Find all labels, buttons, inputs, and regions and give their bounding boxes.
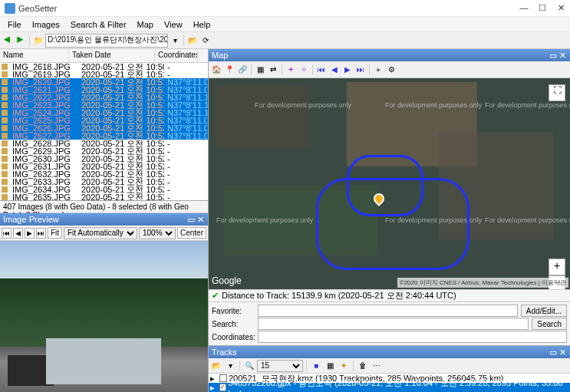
track-checkbox[interactable] — [219, 374, 227, 382]
map-home-icon[interactable]: 🏠 — [210, 64, 222, 76]
folder-icon[interactable]: 📁 — [32, 35, 44, 47]
map-toolbar: 🏠 📍 🔗 ▦ ⇄ ✦ ✧ ⏮ ◀ ▶ ⏭ ＋ ⚙ — [209, 61, 570, 78]
path-input[interactable]: D:\2019\용인 물류단지\현장사진\20200521 — [45, 34, 168, 48]
coord-input[interactable] — [258, 331, 567, 343]
map-add-icon[interactable]: ＋ — [372, 64, 384, 76]
dev-watermark: For development purposes only — [255, 101, 351, 109]
file-icon — [2, 64, 8, 70]
distance-line: ✔ Distance to Track: 15139.9 km (2020-05… — [209, 289, 570, 301]
map-layers-icon[interactable]: ▦ — [254, 64, 266, 76]
preview-toolbar: ⏮ ◀ ▶ ⏭ Fit Fit Automatically 100% Cente… — [0, 226, 208, 241]
open-folder-button[interactable]: 📂 — [186, 35, 199, 47]
search-input[interactable] — [258, 318, 529, 330]
expand-icon[interactable]: ▸ — [210, 383, 218, 393]
track-open-icon[interactable]: 📂 — [210, 360, 222, 372]
file-icon — [2, 94, 8, 100]
file-icon — [2, 102, 8, 108]
track-zoom-icon[interactable]: 🔍 — [243, 360, 255, 372]
fit-label: Fit — [48, 227, 62, 239]
maximize-button[interactable]: ☐ — [538, 3, 547, 13]
map-marker-icon[interactable]: 📍 — [223, 64, 236, 76]
preview-min-icon[interactable]: ▭ — [186, 215, 196, 225]
track-marker-icon[interactable]: ✦ — [338, 360, 350, 372]
tracks-min-icon[interactable]: ▭ — [549, 348, 558, 357]
file-icon — [2, 125, 8, 131]
first-button[interactable]: ⏮ — [2, 228, 12, 239]
fullscreen-button[interactable]: ⛶ — [549, 84, 565, 101]
google-logo: Google — [212, 275, 242, 286]
menu-images[interactable]: Images — [28, 18, 64, 31]
tracks-close-icon[interactable]: ✕ — [558, 348, 567, 357]
next-button[interactable]: ▶ — [25, 228, 35, 239]
refresh-button[interactable]: ⟳ — [199, 35, 212, 47]
right-pane: Map ▭ ✕ 🏠 📍 🔗 ▦ ⇄ ✦ ✧ ⏮ ◀ ▶ ⏭ ＋ ⚙ — [209, 49, 570, 392]
map-sync-icon[interactable]: ⇄ — [267, 64, 279, 76]
file-icon — [2, 171, 8, 177]
map-link-icon[interactable]: 🔗 — [236, 64, 249, 76]
tracks-toolbar: 📂 ▾ 🔍 15 ■ ▦ ✦ 🗑 ⋯ — [209, 358, 570, 374]
track-style-icon[interactable]: ▦ — [324, 360, 336, 372]
col-name[interactable]: Name — [0, 49, 69, 62]
app-title: GeoSetter — [18, 4, 519, 13]
favorite-label: Favorite: — [212, 307, 255, 315]
track-row[interactable]: ▸3485752260.gpx - 용인모곡 (2020-05-21, 오전 1… — [209, 383, 570, 392]
menu-help[interactable]: Help — [189, 18, 216, 31]
preview-title: Image Preview — [3, 215, 59, 224]
file-list: Name Taken Date Coordinates IMG_2618.JPG… — [0, 49, 208, 201]
addedit-button[interactable]: Add/Edit... — [521, 305, 567, 317]
search-button[interactable]: Search — [532, 318, 567, 330]
preview-close-icon[interactable]: ✕ — [196, 215, 205, 225]
track-limit-select[interactable]: 15 — [257, 360, 303, 372]
file-icon — [2, 117, 8, 124]
track-color-icon[interactable]: ■ — [310, 360, 322, 372]
file-icon — [2, 186, 8, 193]
center-button[interactable]: Center — [177, 227, 206, 239]
list-body[interactable]: IMG_2618.JPG2020-05-21 오전 10:50:03-IMG_2… — [0, 63, 208, 200]
track-down-icon[interactable]: ▾ — [224, 360, 236, 372]
window-controls: — ☐ ✕ — [519, 3, 565, 13]
path-dropdown-icon[interactable]: ▾ — [169, 35, 181, 47]
map-waypoint-icon[interactable]: ✧ — [298, 64, 310, 76]
map-min-icon[interactable]: ▭ — [549, 51, 558, 61]
fit-mode-select[interactable]: Fit Automatically — [64, 227, 137, 239]
distance-check-icon[interactable]: ✔ — [212, 291, 219, 301]
zoom-select[interactable]: 100% — [139, 227, 176, 239]
map-next-icon[interactable]: ▶ — [341, 64, 354, 76]
track-text: 3485752260.gpx - 용인모곡 (2020-05-21, 오전 1:… — [228, 377, 568, 393]
prev-button[interactable]: ◀ — [13, 228, 23, 239]
track-more-icon[interactable]: ⋯ — [371, 360, 383, 372]
file-icon — [2, 163, 8, 170]
back-button[interactable]: ⯇ — [2, 35, 14, 47]
map-settings-icon[interactable]: ⚙ — [385, 64, 397, 76]
col-date[interactable]: Taken Date — [69, 49, 155, 62]
file-icon — [2, 194, 8, 200]
track-list[interactable]: ▸200521_모곡현장.kmz (1930 Trackpoints, 285 … — [209, 374, 570, 392]
menu-file[interactable]: File — [3, 18, 26, 31]
minimize-button[interactable]: — — [519, 3, 529, 13]
forward-button[interactable]: ⯈ — [15, 35, 27, 47]
tracks-pane: Tracks ▭ ✕ 📂 ▾ 🔍 15 ■ ▦ ✦ 🗑 ⋯ ▸200521_모곡… — [209, 345, 570, 392]
close-button[interactable]: ✕ — [556, 3, 565, 13]
file-icon — [2, 87, 8, 93]
map-track-icon[interactable]: ✦ — [285, 64, 297, 76]
map-prev-icon[interactable]: ◀ — [328, 64, 341, 76]
map-close-icon[interactable]: ✕ — [558, 51, 567, 61]
track-checkbox[interactable] — [219, 384, 227, 391]
search-label: Search: — [212, 320, 255, 328]
last-button[interactable]: ⏭ — [36, 228, 46, 239]
menubar: File Images Search & Filter Map View Hel… — [0, 17, 570, 32]
file-date: 2020-05-21 오전 10:53:33 — [78, 199, 164, 201]
map-last-icon[interactable]: ⏭ — [354, 64, 367, 76]
map-first-icon[interactable]: ⏮ — [315, 64, 328, 76]
track-delete-icon[interactable]: 🗑 — [357, 360, 369, 372]
zoom-in-button[interactable]: + — [549, 259, 565, 275]
search-panel: Favorite: Add/Edit... Search: Search Coo… — [209, 301, 570, 345]
list-header: Name Taken Date Coordinates — [0, 49, 208, 63]
file-coord: - — [164, 193, 207, 200]
favorite-input[interactable] — [258, 305, 518, 317]
menu-search-filter[interactable]: Search & Filter — [66, 18, 131, 31]
map-view[interactable]: For development purposes only For develo… — [209, 78, 570, 289]
menu-map[interactable]: Map — [133, 18, 158, 31]
col-coords[interactable]: Coordinates — [155, 49, 198, 62]
menu-view[interactable]: View — [160, 18, 187, 31]
